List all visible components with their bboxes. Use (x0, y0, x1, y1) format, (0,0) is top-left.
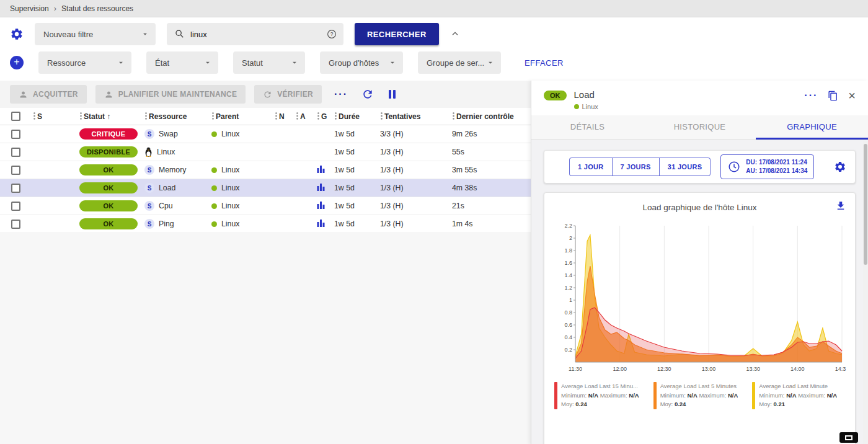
row-checkbox[interactable] (11, 148, 20, 157)
legend-item-average-load-last-15-minu[interactable]: Average Load Last 15 Minu...Minimum: N/A… (554, 382, 647, 409)
close-panel-icon[interactable]: × (848, 89, 856, 102)
search-input[interactable] (190, 30, 321, 39)
scrollbar-thumb[interactable] (864, 144, 867, 265)
resources-table: SStatut ↑RessourceParentNAGDuréeTentativ… (0, 108, 531, 233)
svg-text:0.2: 0.2 (564, 347, 572, 353)
maintenance-icon (104, 90, 113, 99)
table-row-load[interactable]: OKSLoadLinux1w 5d1/3 (H)4m 38s (0, 179, 531, 197)
filter-select-statut[interactable]: Statut (233, 51, 305, 74)
table-row-ping[interactable]: OKSPingLinux1w 5d1/3 (H)1m 4s (0, 215, 531, 233)
filter-select-groupe-de-ser[interactable]: Groupe de ser... (418, 51, 501, 74)
last-check-cell: 3m 55s (450, 161, 531, 179)
maintenance-button[interactable]: PLANIFIER UNE MAINTENANCE (95, 85, 246, 104)
panel-scrollbar[interactable] (863, 141, 868, 444)
legend-item-average-load-last-minute[interactable]: Average Load Last MinuteMinimum: N/A Max… (752, 382, 845, 409)
status-pill: OK (79, 164, 138, 175)
graph-icon[interactable] (317, 166, 325, 175)
range-button-1-jour[interactable]: 1 JOUR (569, 158, 613, 176)
status-pill: DISPONIBLE (79, 146, 138, 158)
status-up-dot (211, 203, 217, 209)
filter-section: Nouveau filtre ? RECHERCHER + RessourceÉ… (0, 17, 868, 81)
status-up-dot (574, 104, 579, 109)
tab-graphique[interactable]: GRAPHIQUE (756, 115, 868, 140)
tab-historique[interactable]: HISTORIQUE (644, 115, 756, 140)
table-row-swap[interactable]: CRITIQUESSwapLinux1w 5d3/3 (H)9m 26s (0, 125, 531, 143)
filter-select-group-d-h-tes[interactable]: Group d'hôtes (320, 51, 403, 74)
panel-more-icon[interactable]: ··· (804, 90, 818, 101)
select-all-checkbox[interactable] (11, 112, 20, 121)
svg-text:14:30: 14:30 (835, 366, 846, 372)
filter-select-ressource[interactable]: Ressource (38, 51, 131, 74)
graph-icon[interactable] (317, 184, 325, 193)
column-header-a[interactable]: A (294, 108, 315, 125)
search-button[interactable]: RECHERCHER (355, 23, 439, 45)
column-header-tentatives[interactable]: Tentatives (378, 108, 450, 125)
graph-settings-gear-icon[interactable] (834, 161, 846, 173)
status-up-dot (211, 221, 217, 227)
table-row-memory[interactable]: OKSMemoryLinux1w 5d1/3 (H)3m 55s (0, 161, 531, 179)
resource-cell[interactable]: SMemory (144, 165, 208, 175)
graph-bars-icon (317, 219, 325, 227)
panel-body: 1 JOUR7 JOURS31 JOURS DU: 17/08/2021 11:… (531, 140, 868, 444)
graph-icon[interactable] (317, 202, 325, 211)
service-chip: S (144, 219, 154, 229)
range-button-31-jours[interactable]: 31 JOURS (660, 158, 711, 176)
resource-cell[interactable]: SSwap (144, 129, 208, 139)
chevron-down-icon (290, 58, 299, 67)
svg-text:0.8: 0.8 (564, 309, 572, 316)
collapse-filters-icon[interactable] (450, 29, 460, 39)
status-pill: CRITIQUE (79, 128, 138, 140)
service-chip: S (144, 201, 154, 211)
column-header-n[interactable]: N (273, 108, 294, 125)
row-checkbox[interactable] (11, 166, 20, 175)
graph-icon[interactable] (317, 220, 325, 229)
clear-filters-button[interactable]: EFFACER (525, 58, 564, 68)
tab-d-tails[interactable]: DÉTAILS (531, 115, 644, 140)
column-header-dur-e[interactable]: Durée (332, 108, 378, 125)
table-row-cpu[interactable]: OKSCpuLinux1w 5d1/3 (H)21s (0, 197, 531, 215)
load-chart[interactable]: 11:3012:0012:3013:0013:3014:0014:300.20.… (554, 221, 846, 377)
legend-color-bar (554, 382, 557, 409)
range-button-7-jours[interactable]: 7 JOURS (613, 158, 660, 176)
service-chip: S (144, 129, 154, 139)
chevron-down-icon (141, 30, 149, 38)
add-criteria-button[interactable]: + (10, 56, 24, 69)
saved-filter-select[interactable]: Nouveau filtre (35, 23, 156, 45)
legend-item-average-load-last-5-minutes[interactable]: Average Load Last 5 MinutesMinimum: N/A … (653, 382, 746, 409)
more-actions-icon[interactable]: ··· (334, 89, 348, 100)
svg-text:13:30: 13:30 (746, 366, 760, 372)
resource-cell[interactable]: SCpu (144, 201, 208, 211)
export-graph-icon[interactable] (835, 200, 846, 211)
column-header-parent[interactable]: Parent (210, 108, 273, 125)
tries-cell: 1/3 (H) (378, 215, 450, 233)
column-header-g[interactable]: G (315, 108, 332, 125)
resource-cell[interactable]: SPing (144, 219, 208, 229)
penguin-icon (144, 147, 153, 157)
breadcrumb-supervision[interactable]: Supervision (10, 4, 49, 13)
status-pill: OK (79, 200, 138, 211)
help-icon[interactable]: ? (326, 29, 337, 40)
filter-select-tat[interactable]: État (146, 51, 218, 74)
pause-icon[interactable] (389, 90, 396, 99)
check-button[interactable]: VÉRIFIER (254, 85, 322, 104)
column-header-statut[interactable]: Statut ↑ (78, 108, 143, 125)
filter-criteria-row: RessourceÉtatStatutGroup d'hôtesGroupe d… (38, 51, 501, 74)
severity-cell (31, 179, 78, 197)
refresh-icon[interactable] (361, 88, 374, 100)
column-header-s[interactable]: S (31, 108, 78, 125)
table-row-linux[interactable]: DISPONIBLELinux1w 5d1/3 (H)55s (0, 143, 531, 161)
resource-cell[interactable]: Linux (144, 147, 208, 157)
period-selector[interactable]: DU: 17/08/2021 11:24 AU: 17/08/2021 14:3… (720, 154, 814, 179)
row-checkbox[interactable] (11, 130, 20, 139)
row-checkbox[interactable] (11, 202, 20, 211)
duration-cell: 1w 5d (332, 197, 378, 215)
severity-cell (31, 197, 78, 215)
row-checkbox[interactable] (11, 220, 20, 229)
row-checkbox[interactable] (11, 184, 20, 193)
column-header-ressource[interactable]: Ressource (143, 108, 210, 125)
settings-gear-icon[interactable] (10, 27, 24, 41)
column-header-dernier-contr-le[interactable]: Dernier contrôle (450, 108, 531, 125)
copy-link-icon[interactable] (828, 91, 838, 101)
resource-cell[interactable]: SLoad (144, 183, 208, 193)
acknowledge-button[interactable]: ACQUITTER (10, 85, 87, 104)
